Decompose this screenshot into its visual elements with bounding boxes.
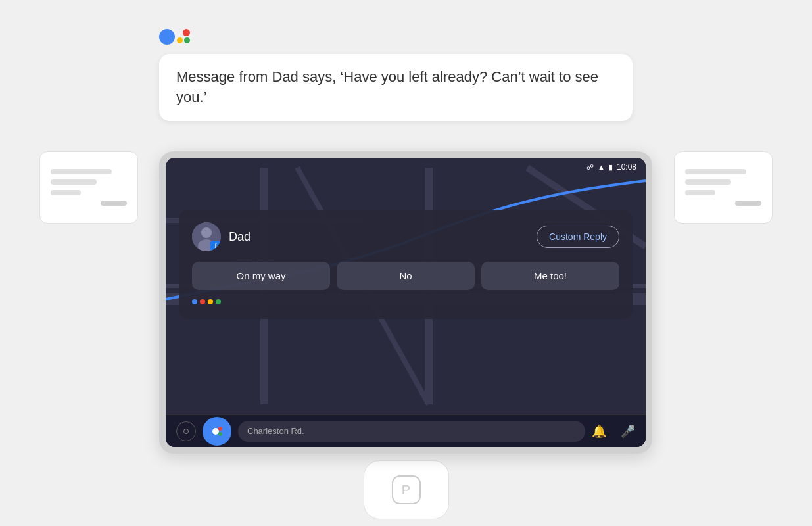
google-dot-red <box>200 299 205 304</box>
status-time: 10:08 <box>617 162 636 172</box>
card-line <box>51 190 81 195</box>
reply-me-too-button[interactable]: Me too! <box>481 262 619 290</box>
car-display: Central Expy ☍ ▲ ▮ 10:08 <box>159 151 652 454</box>
nav-circle-button[interactable] <box>176 421 196 441</box>
svg-point-12 <box>212 428 219 435</box>
google-dot-blue <box>192 299 197 304</box>
card-line <box>51 179 97 185</box>
assistant-dot-green <box>184 37 190 43</box>
decorative-card-left-top <box>39 151 138 224</box>
card-line <box>51 169 112 174</box>
svg-point-13 <box>218 427 222 431</box>
google-dot-green <box>216 299 221 304</box>
battery-icon: ▮ <box>609 163 613 172</box>
card-line <box>735 201 761 206</box>
location-bar: Charleston Rd. <box>238 421 585 442</box>
location-text: Charleston Rd. <box>247 426 304 436</box>
bell-icon[interactable]: 🔔 <box>592 424 606 439</box>
bluetooth-icon: ☍ <box>586 163 594 172</box>
mic-icon[interactable]: 🎤 <box>621 424 635 439</box>
notification-sender: f Dad <box>192 222 251 251</box>
card-line <box>685 190 715 195</box>
notification-header: f Dad Custom Reply <box>192 222 619 251</box>
sender-name: Dad <box>229 230 251 244</box>
card-line <box>685 179 731 185</box>
reply-on-my-way-button[interactable]: On my way <box>192 262 330 290</box>
custom-reply-button[interactable]: Custom Reply <box>537 226 619 248</box>
sender-avatar: f <box>192 222 221 251</box>
bottom-bar: Charleston Rd. 🔔 🎤 <box>166 414 646 447</box>
assistant-button[interactable] <box>203 417 231 446</box>
speech-bubble: Message from Dad says, ‘Have you left al… <box>159 54 633 121</box>
status-bar: ☍ ▲ ▮ 10:08 <box>166 158 646 176</box>
assistant-dot-red <box>183 29 190 36</box>
google-dots <box>192 299 619 304</box>
decorative-card-bottom-center: P <box>364 460 449 519</box>
speech-bubble-text: Message from Dad says, ‘Have you left al… <box>176 68 598 105</box>
notification-card: f Dad Custom Reply On my way No Me too! <box>179 210 633 319</box>
parking-icon: P <box>402 483 410 498</box>
decorative-card-right-top <box>674 151 773 224</box>
reply-buttons-row: On my way No Me too! <box>192 262 619 290</box>
car-screen: Central Expy ☍ ▲ ▮ 10:08 <box>166 158 646 447</box>
assistant-logo <box>159 29 190 45</box>
google-dot-yellow <box>208 299 213 304</box>
assistant-dot-blue <box>159 29 175 45</box>
reply-no-button[interactable]: No <box>337 262 475 290</box>
assistant-dot-yellow <box>177 37 183 43</box>
messenger-badge: f <box>210 241 221 251</box>
svg-point-10 <box>201 227 212 238</box>
nav-circle-inner <box>183 429 189 434</box>
signal-icon: ▲ <box>598 163 605 171</box>
card-line <box>101 201 127 206</box>
svg-point-14 <box>218 432 222 436</box>
card-line <box>685 169 746 174</box>
